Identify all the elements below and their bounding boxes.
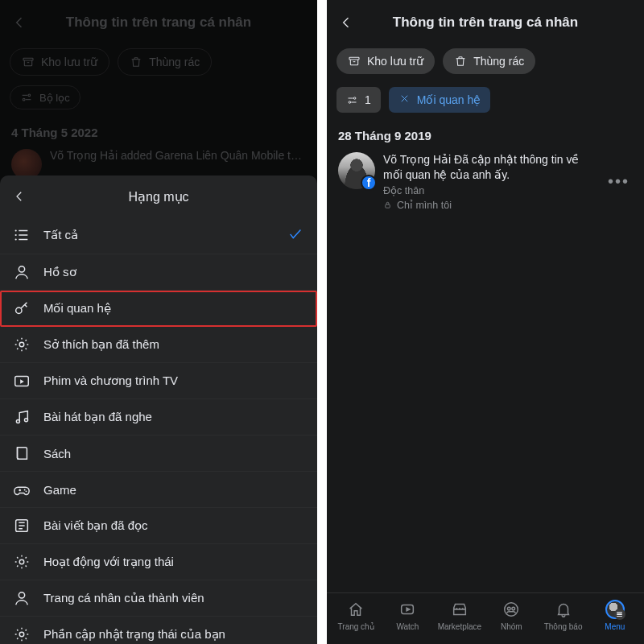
sliders-icon: [20, 91, 33, 104]
archive-icon: [22, 56, 35, 68]
filter-tag-chip[interactable]: Mối quan hệ: [389, 87, 490, 113]
archive-button[interactable]: Kho lưu trữ: [336, 48, 435, 74]
sheet-item[interactable]: Hoạt động với trạng thái: [0, 544, 317, 580]
filter-count-chip[interactable]: 1: [336, 87, 381, 113]
tab-label: Trang chủ: [338, 622, 374, 631]
header: Thông tin trên trang cá nhân: [327, 0, 644, 43]
bottom-tabbar: Trang chủ Watch Marketplace Nhóm Thông b…: [327, 592, 644, 644]
sheet-item-label: Game: [43, 483, 304, 497]
sheet-item[interactable]: Phim và chương trình TV: [0, 363, 317, 399]
filter-button[interactable]: Bộ lọc: [10, 85, 80, 109]
svg-point-5: [15, 238, 17, 240]
sheet-item-label: Tất cả: [43, 228, 274, 242]
tab-home[interactable]: Trang chủ: [334, 600, 378, 631]
trash-button[interactable]: Thùng rác: [118, 48, 212, 76]
sheet-item-label: Phần cập nhật trạng thái của bạn: [43, 627, 304, 642]
check-icon: [287, 225, 304, 245]
svg-point-19: [353, 97, 356, 99]
svg-point-10: [16, 419, 19, 423]
watch-icon: [398, 600, 417, 619]
tv-icon: [13, 372, 31, 390]
trash-icon: [454, 55, 467, 68]
filter-label: Bộ lọc: [39, 92, 70, 104]
archive-label: Kho lưu trữ: [41, 56, 97, 68]
sheet-item[interactable]: Hồ sơ: [0, 254, 317, 291]
post-privacy: Chỉ mình tôi: [383, 199, 597, 211]
tab-label: Marketplace: [438, 622, 481, 631]
sheet-item[interactable]: Mối quan hệ: [0, 291, 317, 327]
list-icon: [13, 226, 31, 244]
sheet-item[interactable]: Bài viết bạn đã đọc: [0, 508, 317, 544]
sheet-title: Hạng mục: [8, 189, 309, 204]
tab-watch[interactable]: Watch: [386, 600, 429, 631]
privacy-label: Chỉ mình tôi: [397, 199, 452, 211]
menu-avatar-icon: [605, 600, 625, 619]
archive-icon: [348, 55, 361, 68]
tab-label: Menu: [605, 622, 625, 631]
article-icon: [13, 517, 31, 535]
more-button[interactable]: •••: [605, 172, 633, 191]
tab-menu[interactable]: Menu: [593, 600, 637, 631]
sheet-item[interactable]: Phần cập nhật trạng thái của bạn: [0, 617, 317, 644]
svg-point-7: [16, 308, 22, 313]
trash-icon: [130, 56, 142, 68]
svg-point-24: [508, 607, 511, 610]
lock-icon: [383, 200, 392, 209]
sheet-item[interactable]: Game: [0, 472, 317, 508]
book-icon: [13, 444, 31, 462]
bell-icon: [554, 600, 573, 619]
trash-label: Thùng rác: [473, 55, 524, 68]
trash-label: Thùng rác: [149, 56, 200, 68]
filter-row: Bộ lọc: [0, 85, 317, 119]
svg-point-6: [19, 266, 24, 272]
svg-point-1: [28, 94, 31, 97]
sheet-item-label: Sở thích bạn đã thêm: [43, 337, 304, 352]
filter-count: 1: [365, 93, 371, 106]
svg-point-25: [512, 607, 515, 610]
tab-label: Watch: [396, 622, 419, 631]
svg-point-15: [19, 559, 24, 564]
sheet-item[interactable]: Bài hát bạn đã nghe: [0, 399, 317, 436]
post-text: Võ Trọng Hải Đã cập nhật thông tin về mố…: [383, 152, 597, 211]
svg-point-23: [505, 603, 518, 617]
sheet-item-label: Bài hát bạn đã nghe: [43, 410, 304, 424]
sheet-item[interactable]: Tất cả: [0, 216, 317, 254]
sheet-item[interactable]: Trang cá nhân của thành viên: [0, 580, 317, 617]
sheet-item-label: Sách: [43, 447, 304, 460]
svg-rect-21: [386, 204, 390, 208]
sheet-item-label: Phim và chương trình TV: [43, 374, 304, 388]
sheet-item-label: Hoạt động với trạng thái: [43, 555, 304, 569]
page-title: Thông tin trên trang cá nhân: [8, 14, 309, 31]
sheet-item-label: Hồ sơ: [43, 265, 304, 279]
tab-groups[interactable]: Nhóm: [489, 600, 533, 631]
svg-point-20: [349, 101, 351, 103]
category-sheet: Hạng mục Tất cảHồ sơMối quan hệSở thích …: [0, 175, 317, 644]
action-pills: Kho lưu trữ Thùng rác: [0, 43, 317, 85]
header: Thông tin trên trang cá nhân: [0, 0, 317, 43]
tab-notifications[interactable]: Thông báo: [542, 600, 585, 631]
svg-point-16: [19, 592, 24, 598]
sheet-item[interactable]: Sách: [0, 436, 317, 472]
sheet-item[interactable]: Sở thích bạn đã thêm: [0, 327, 317, 363]
svg-rect-0: [23, 58, 33, 60]
section-date: 28 Tháng 9 2019: [327, 122, 644, 146]
tab-marketplace[interactable]: Marketplace: [438, 600, 481, 631]
post-description: Võ Trọng Hải Đã cập nhật thông tin về mố…: [383, 152, 597, 183]
game-icon: [13, 481, 31, 498]
status-gear-icon: [13, 625, 31, 643]
sheet-item-label: Bài viết bạn đã đọc: [43, 518, 304, 533]
member-icon: [13, 589, 31, 607]
sheet-list[interactable]: Tất cảHồ sơMối quan hệSở thích bạn đã th…: [0, 216, 317, 644]
avatar-wrap: f: [338, 152, 375, 189]
sheet-header: Hạng mục: [0, 175, 317, 216]
svg-point-3: [15, 229, 17, 231]
post-row[interactable]: f Võ Trọng Hải Đã cập nhật thông tin về …: [327, 146, 644, 217]
archive-button[interactable]: Kho lưu trữ: [10, 48, 109, 76]
active-filters: 1 Mối quan hệ: [327, 84, 644, 122]
bg-post-text: Võ Trọng Hải added Garena Liên Quân Mobi…: [50, 149, 306, 162]
svg-point-12: [24, 489, 26, 491]
svg-rect-18: [349, 57, 359, 60]
trash-button[interactable]: Thùng rác: [443, 48, 535, 74]
right-screenshot: Thông tin trên trang cá nhân Kho lưu trữ…: [327, 0, 644, 644]
section-date: 4 Tháng 5 2022: [0, 119, 317, 142]
